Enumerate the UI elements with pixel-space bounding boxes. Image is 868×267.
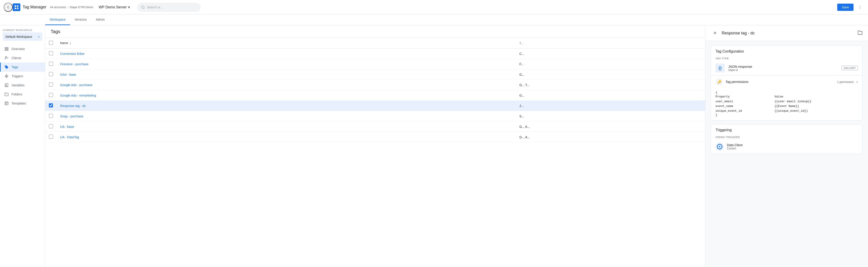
detail-close-button[interactable]: ✕ (711, 29, 719, 37)
json-row: user_email {{user email lookup}} (716, 99, 858, 104)
tag-type-provider: stape-io (728, 69, 838, 72)
firing-triggers-label: Firing Triggers (711, 134, 862, 139)
tag-name-link[interactable]: Google Ads - remarkeitng (60, 94, 96, 97)
tags-table: Name ↑ T... Conversion linker C... Fires… (45, 38, 705, 142)
row-checkbox[interactable] (49, 135, 53, 139)
sidebar-item-tags-label: Tags (11, 65, 18, 69)
sidebar-item-triggers[interactable]: Triggers (0, 72, 45, 81)
search-bar[interactable] (137, 3, 200, 12)
json-value: {{Event Name}} (774, 104, 858, 109)
tag-name-link[interactable]: Google Ads - purchase (60, 83, 92, 87)
row-checkbox[interactable] (49, 51, 53, 55)
trigger-info: Data Client Custom (727, 143, 858, 150)
table-row[interactable]: UA - DataTag G... A... (45, 132, 705, 142)
folders-icon (4, 92, 9, 97)
tag-type-cell: G... A... (516, 122, 705, 132)
workspace-selector[interactable]: WP Demo Server ▾ (97, 4, 132, 11)
json-value-header: Value (774, 94, 858, 99)
tag-name-link[interactable]: GA4 - base (60, 73, 76, 76)
sidebar-item-templates[interactable]: Templates (0, 99, 45, 108)
tag-name-link[interactable]: Conversion linker (60, 52, 85, 56)
app-header: Tag Manager All accounts › Stape GTM Dem… (0, 0, 868, 15)
table-row[interactable]: Firestore - purchase F... (45, 59, 705, 69)
sidebar-item-tags[interactable]: Tags (0, 62, 45, 72)
sidebar-item-folders[interactable]: Folders (0, 90, 45, 99)
tags-area: Tags Name ↑ T... (45, 25, 705, 267)
tag-type-row[interactable]: {} JSON response stape-io GALLERY (711, 61, 862, 76)
sidebar-item-clients[interactable]: Clients (0, 53, 45, 62)
breadcrumb-part2[interactable]: Stape GTM Demo (70, 5, 93, 9)
back-button[interactable] (4, 3, 13, 12)
more-vert-icon (858, 5, 862, 9)
sidebar-workspace-button[interactable]: Default Workspace › (3, 32, 42, 41)
tag-type-cell: G... (516, 69, 705, 80)
table-row[interactable]: Response tag - dc J... (45, 101, 705, 111)
sidebar-item-overview-label: Overview (11, 47, 25, 51)
select-all-checkbox[interactable] (49, 41, 53, 45)
sidebar-item-overview[interactable]: Overview (0, 45, 45, 53)
svg-point-7 (860, 8, 860, 9)
svg-rect-14 (5, 102, 8, 105)
row-checkbox[interactable] (49, 114, 53, 118)
main-layout: Current Workspace Default Workspace › Ov… (0, 25, 868, 267)
templates-icon (4, 101, 9, 106)
more-options-button[interactable] (855, 3, 864, 12)
tag-name-link[interactable]: UA - DataTag (60, 135, 79, 139)
tag-type-cell: F... (516, 59, 705, 69)
tag-name-link[interactable]: UA - base (60, 125, 74, 129)
folder-icon[interactable] (858, 30, 863, 36)
search-input[interactable] (147, 5, 192, 9)
trigger-type: Custom (727, 147, 858, 150)
tag-name-link[interactable]: Firestore - purchase (60, 62, 88, 66)
row-checkbox[interactable] (49, 93, 53, 97)
table-row[interactable]: Snap - purchase S... (45, 111, 705, 122)
json-icon: {} (716, 63, 724, 73)
trigger-icon (716, 142, 724, 151)
row-checkbox[interactable] (49, 124, 53, 128)
json-table: Property Value user_email {{user email l… (716, 94, 858, 113)
detail-title: Response tag - dc (722, 31, 855, 35)
triggering-title: Triggering (711, 125, 862, 134)
tags-icon (4, 65, 9, 69)
sidebar-item-variables-label: Variables (11, 83, 24, 87)
chevron-right-icon: › (38, 34, 39, 39)
column-header-name[interactable]: Name ↑ (57, 38, 516, 49)
svg-rect-11 (7, 49, 8, 51)
trigger-icon-dot (719, 146, 720, 147)
table-row[interactable]: UA - base G... A... (45, 122, 705, 132)
tag-type-cell: G... (516, 90, 705, 101)
trigger-icon-inner (717, 144, 722, 150)
table-row[interactable]: Google Ads - remarkeitng G... (45, 90, 705, 101)
table-row[interactable]: GA4 - base G... (45, 69, 705, 80)
row-checkbox[interactable] (49, 82, 53, 87)
detail-body: Tag Configuration Tag Type {} JSON respo… (705, 41, 868, 159)
tag-permissions-row[interactable]: 🔑 Tag permissions 1 permission › (711, 76, 862, 88)
svg-point-6 (860, 7, 860, 7)
row-checkbox[interactable] (49, 103, 53, 107)
table-row[interactable]: Conversion linker C... (45, 49, 705, 59)
sidebar-nav: Overview Clients Tags Triggers (0, 43, 45, 267)
tab-workspace[interactable]: Workspace (45, 15, 70, 25)
json-row: unique_event_id {{unique_event_id}} (716, 109, 858, 113)
tag-name-link[interactable]: Snap - purchase (60, 114, 84, 118)
svg-rect-2 (15, 7, 16, 9)
column-header-type[interactable]: T... (516, 38, 705, 49)
logo-icon (13, 3, 20, 11)
tag-name-link[interactable]: Response tag - dc (60, 104, 86, 108)
tags-title: Tags (51, 29, 60, 34)
trigger-row[interactable]: Data Client Custom (711, 139, 862, 154)
table-row[interactable]: Google Ads - purchase G... T... (45, 80, 705, 90)
sidebar-item-variables[interactable]: Variables (0, 81, 45, 90)
row-checkbox[interactable] (49, 62, 53, 66)
key-icon: 🔑 (716, 78, 723, 85)
tag-permissions-count: 1 permission (837, 80, 854, 84)
json-open-brace: { (716, 91, 858, 94)
row-checkbox[interactable] (49, 72, 53, 76)
gallery-badge: GALLERY (841, 66, 858, 70)
overview-icon (4, 47, 9, 51)
save-button[interactable]: Save (837, 4, 854, 11)
trigger-name: Data Client (727, 143, 858, 147)
breadcrumb-part1[interactable]: All accounts (50, 5, 66, 9)
tab-admin[interactable]: Admin (91, 15, 109, 25)
tab-versions[interactable]: Versions (70, 15, 91, 25)
